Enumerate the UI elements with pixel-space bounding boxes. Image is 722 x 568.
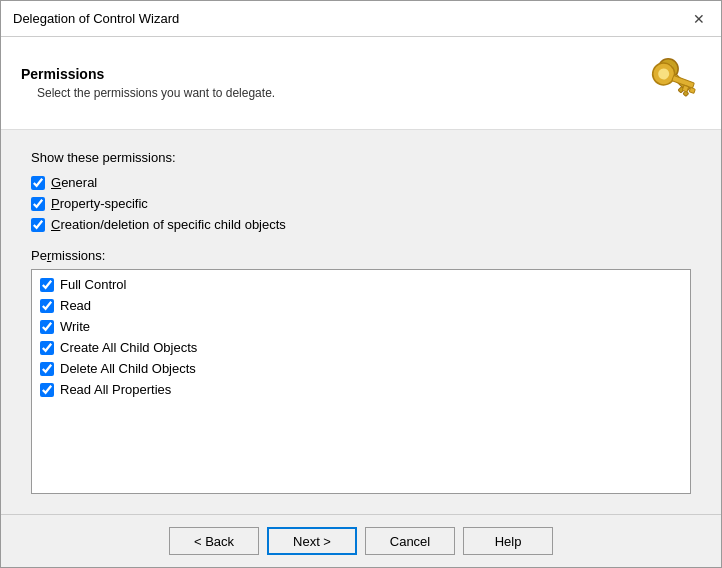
list-item[interactable]: Read xyxy=(32,295,690,316)
full-control-label: Full Control xyxy=(60,277,126,292)
read-all-props-checkbox[interactable] xyxy=(40,383,54,397)
write-checkbox[interactable] xyxy=(40,320,54,334)
svg-rect-9 xyxy=(689,87,695,93)
header-section: Permissions Select the permissions you w… xyxy=(1,37,721,130)
permissions-label: Permissions: xyxy=(31,248,691,263)
general-label: General xyxy=(51,175,97,190)
header-text: Permissions Select the permissions you w… xyxy=(21,66,275,100)
creation-deletion-checkbox[interactable] xyxy=(31,218,45,232)
list-item[interactable]: Write xyxy=(32,316,690,337)
creation-deletion-label: Creation/deletion of specific child obje… xyxy=(51,217,286,232)
header-title: Permissions xyxy=(21,66,275,82)
cancel-button[interactable]: Cancel xyxy=(365,527,455,555)
list-item[interactable]: Read All Properties xyxy=(32,379,690,400)
list-item[interactable]: Full Control xyxy=(32,274,690,295)
read-checkbox[interactable] xyxy=(40,299,54,313)
footer: < Back Next > Cancel Help xyxy=(1,514,721,567)
keys-icon xyxy=(641,53,701,113)
title-bar: Delegation of Control Wizard ✕ xyxy=(1,1,721,37)
read-all-props-label: Read All Properties xyxy=(60,382,171,397)
write-label: Write xyxy=(60,319,90,334)
back-button[interactable]: < Back xyxy=(169,527,259,555)
property-specific-label: Property-specific xyxy=(51,196,148,211)
permissions-list[interactable]: Full Control Read Write Create All Child… xyxy=(32,270,690,493)
delete-all-checkbox[interactable] xyxy=(40,362,54,376)
list-item[interactable]: Delete All Child Objects xyxy=(32,358,690,379)
property-specific-checkbox[interactable] xyxy=(31,197,45,211)
list-item[interactable]: Create All Child Objects xyxy=(32,337,690,358)
create-all-checkbox[interactable] xyxy=(40,341,54,355)
read-label: Read xyxy=(60,298,91,313)
content-area: Show these permissions: General Property… xyxy=(1,130,721,514)
permissions-list-container: Full Control Read Write Create All Child… xyxy=(31,269,691,494)
svg-rect-8 xyxy=(682,85,689,92)
show-permissions-label: Show these permissions: xyxy=(31,150,691,165)
dialog-title: Delegation of Control Wizard xyxy=(13,11,179,26)
show-permissions-group: General Property-specific Creation/delet… xyxy=(31,175,691,232)
delete-all-label: Delete All Child Objects xyxy=(60,361,196,376)
general-checkbox-item[interactable]: General xyxy=(31,175,691,190)
dialog-window: Delegation of Control Wizard ✕ Permissio… xyxy=(0,0,722,568)
property-specific-checkbox-item[interactable]: Property-specific xyxy=(31,196,691,211)
general-checkbox[interactable] xyxy=(31,176,45,190)
header-subtitle: Select the permissions you want to deleg… xyxy=(37,86,275,100)
help-button[interactable]: Help xyxy=(463,527,553,555)
next-button[interactable]: Next > xyxy=(267,527,357,555)
create-all-label: Create All Child Objects xyxy=(60,340,197,355)
creation-deletion-checkbox-item[interactable]: Creation/deletion of specific child obje… xyxy=(31,217,691,232)
close-button[interactable]: ✕ xyxy=(689,9,709,29)
full-control-checkbox[interactable] xyxy=(40,278,54,292)
